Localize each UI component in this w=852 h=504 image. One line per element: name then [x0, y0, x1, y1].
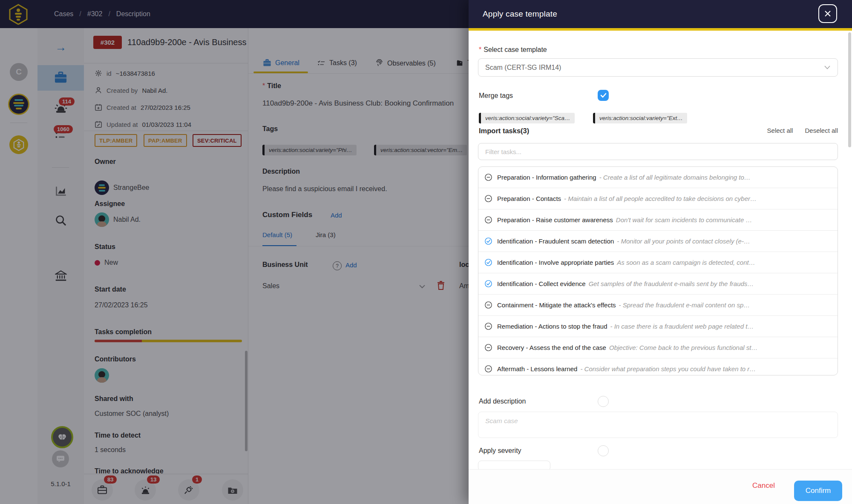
chevron-down-icon — [824, 65, 831, 70]
tag-chip: veris:action:social:variety="Ext… — [593, 113, 687, 123]
minus-circle-icon — [484, 195, 492, 203]
task-row[interactable]: Recovery - Assess the end of the caseObj… — [478, 337, 838, 358]
task-description: - Spread the fraudulent e-mail content o… — [619, 301, 750, 309]
close-button[interactable] — [818, 4, 837, 23]
task-row[interactable]: Identification - Fraudulent scam detecti… — [478, 231, 838, 252]
task-name: Containment - Mitigate the attack's effe… — [497, 301, 616, 309]
task-row[interactable]: Remediation - Actions to stop the fraud-… — [478, 316, 838, 337]
task-name: Aftermath - Lessons learned — [497, 365, 577, 372]
modal-dim-overlay[interactable] — [0, 0, 469, 504]
minus-circle-icon — [484, 216, 492, 224]
task-row[interactable]: Identification - Involve appropriate par… — [478, 252, 838, 273]
template-description-textarea[interactable] — [478, 412, 838, 438]
case-template-select[interactable]: Scam (CERT-SG IRM14) — [478, 58, 838, 77]
task-row[interactable]: Preparation - Information gathering- Cre… — [478, 167, 838, 188]
confirm-button[interactable]: Confirm — [794, 481, 842, 501]
task-description: - Maintain a list of all people accredit… — [564, 195, 757, 202]
import-tasks-label: Import tasks(3) — [479, 127, 529, 135]
minus-circle-icon — [484, 365, 492, 373]
minus-circle-icon — [484, 301, 492, 309]
filter-tasks-input[interactable] — [478, 143, 838, 160]
task-name: Recovery - Assess the end of the case — [497, 344, 606, 351]
thehive-app: Cases / #302 / Description C — [0, 0, 852, 504]
minus-circle-icon — [484, 173, 492, 181]
select-all-link[interactable]: Select all — [767, 127, 793, 134]
task-description: As soon as a scam campaign is detected, … — [617, 259, 755, 266]
task-row[interactable]: Containment - Mitigate the attack's effe… — [478, 295, 838, 316]
task-name: Remediation - Actions to stop the fraud — [497, 323, 607, 330]
apply-severity-label: Apply severity — [479, 447, 521, 455]
task-description: - Consider what preparation steps you co… — [580, 365, 756, 372]
add-description-toggle[interactable] — [598, 396, 609, 407]
drawer-footer: Cancel Confirm — [469, 469, 852, 504]
required-asterisk: * — [479, 46, 481, 53]
minus-circle-icon — [484, 322, 492, 330]
apply-severity-toggle[interactable] — [598, 445, 609, 456]
tag-chip: veris:action:social:variety="Sca… — [479, 113, 575, 123]
select-template-label: *Select case template — [479, 46, 547, 54]
check-icon — [600, 93, 607, 98]
check-circle-icon — [484, 280, 492, 288]
task-description: - Create a list of all legitimate domain… — [599, 174, 751, 181]
task-description: - Monitor all your points of contact clo… — [617, 238, 750, 245]
task-selection-links: Select all Deselect all — [767, 127, 838, 134]
yellow-accent-bar — [469, 28, 852, 31]
task-description: Don't wait for scam incidents to communi… — [616, 216, 752, 223]
task-name: Preparation - Information gathering — [497, 174, 596, 181]
task-description: - In case there is a fraudulent web page… — [610, 323, 754, 330]
merge-tags-checkbox[interactable] — [598, 90, 609, 101]
deselect-all-link[interactable]: Deselect all — [805, 127, 838, 134]
cancel-button[interactable]: Cancel — [752, 481, 775, 490]
add-description-label: Add description — [479, 398, 526, 405]
task-name: Identification - Collect evidence — [497, 280, 586, 287]
task-name: Preparation - Contacts — [497, 195, 561, 202]
drawer-title: Apply case template — [483, 0, 557, 28]
minus-circle-icon — [484, 344, 492, 352]
task-row[interactable]: Identification - Collect evidenceGet sam… — [478, 273, 838, 295]
drawer-scrollbar-thumb[interactable] — [848, 32, 851, 147]
check-circle-icon — [484, 237, 492, 245]
task-description: Get samples of the fraudulent e-mails se… — [589, 280, 754, 287]
task-description: Objective: Come back to the previous fun… — [609, 344, 758, 351]
case-template-selected-value: Scam (CERT-SG IRM14) — [485, 64, 561, 72]
task-row[interactable]: Preparation - Contacts- Maintain a list … — [478, 188, 838, 209]
close-icon — [824, 10, 832, 17]
check-circle-icon — [484, 258, 492, 266]
task-name: Identification - Fraudulent scam detecti… — [497, 238, 614, 245]
merge-tags-label: Merge tags — [479, 92, 513, 100]
drawer-header: Apply case template — [469, 0, 852, 28]
task-name: Preparation - Raise customer awareness — [497, 216, 613, 223]
apply-case-template-drawer: Apply case template *Select case templat… — [469, 0, 852, 504]
import-task-list: Preparation - Information gathering- Cre… — [478, 166, 838, 375]
task-row[interactable]: Aftermath - Lessons learned- Consider wh… — [478, 358, 838, 375]
task-row[interactable]: Preparation - Raise customer awarenessDo… — [478, 209, 838, 231]
task-name: Identification - Involve appropriate par… — [497, 259, 614, 266]
